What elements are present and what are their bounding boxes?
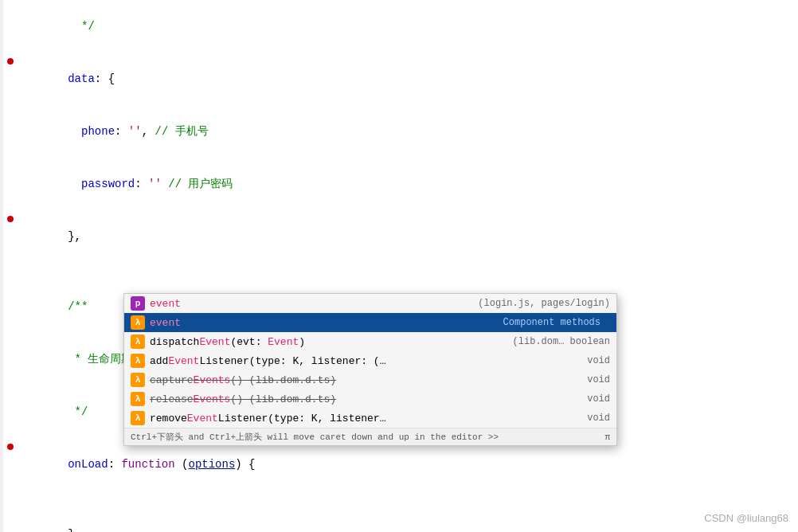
ac-item-5[interactable]: λ captureEvents() (lib.dom.d.ts) void: [124, 370, 616, 389]
ac-name-7: removeEventListener(type: K, listener…: [150, 413, 385, 424]
code-line-4: password: '' // 用户密码: [0, 158, 798, 210]
breakpoint-10: [7, 444, 14, 450]
watermark-text: CSDN @liulang68: [704, 512, 788, 524]
code-line-5: },: [0, 210, 798, 263]
gutter-10: [6, 444, 14, 450]
ac-detail-3: (lib.dom… boolean: [305, 336, 610, 347]
editor-area: */ data: { phone: '', // 手机号 password: '…: [0, 0, 798, 532]
ac-detail-1: (login.js, pages/login): [293, 298, 610, 309]
watermark: CSDN @liulang68: [704, 512, 788, 524]
code-3: phone: '', // 手机号: [14, 105, 798, 158]
ac-icon-7: λ: [131, 411, 145, 425]
ac-name-4: addEventListener(type: K, listener: (…: [150, 355, 385, 367]
ac-name-1: event: [150, 298, 293, 310]
ac-detail-2: Component methods: [293, 317, 600, 328]
ac-name-2: event: [150, 317, 293, 329]
breakpoint-2: [7, 58, 14, 65]
ac-footer-pi: π: [604, 432, 610, 442]
ac-icon-6: λ: [131, 392, 145, 406]
ac-item-2[interactable]: λ event Component methods: [124, 313, 616, 332]
ac-icon-4: λ: [131, 354, 145, 368]
ac-item-3[interactable]: λ dispatchEvent(evt: Event) (lib.dom… bo…: [124, 332, 616, 351]
code-line-6: [0, 263, 798, 280]
ac-footer: Ctrl+下箭头 and Ctrl+上箭头 will move caret do…: [124, 428, 616, 445]
breakpoint-5: [7, 216, 14, 222]
ac-item-4[interactable]: λ addEventListener(type: K, listener: (……: [124, 351, 616, 370]
code-line-3: phone: '', // 手机号: [0, 105, 798, 158]
code-6: [14, 263, 798, 280]
ac-item-6[interactable]: λ releaseEvents() (lib.dom.d.ts) void: [124, 389, 616, 409]
ac-name-5: captureEvents() (lib.dom.d.ts): [150, 374, 336, 386]
code-5: },: [14, 210, 798, 263]
ac-detail-6: void: [336, 393, 610, 405]
code-1: */: [14, 0, 798, 53]
ac-icon-5: λ: [131, 373, 145, 387]
gutter-5: [6, 216, 14, 222]
code-2: data: {: [14, 53, 798, 105]
code-line-2: data: {: [0, 53, 798, 105]
ac-detail-4: void: [385, 355, 610, 366]
code-4: password: '' // 用户密码: [14, 158, 798, 210]
ac-detail-5: void: [336, 374, 610, 385]
code-12: },: [14, 508, 798, 532]
ac-footer-text: Ctrl+下箭头 and Ctrl+上箭头 will move caret do…: [131, 431, 499, 443]
ac-name-3: dispatchEvent(evt: Event): [150, 336, 305, 348]
code-11: [14, 491, 798, 508]
code-line-11: [0, 491, 798, 508]
ac-inner: p event (login.js, pages/login) λ event …: [124, 294, 616, 428]
ac-item-1[interactable]: p event (login.js, pages/login): [124, 294, 616, 313]
ac-detail-7: void: [385, 413, 610, 424]
code-line-1: */: [0, 0, 798, 53]
autocomplete-dropdown[interactable]: p event (login.js, pages/login) λ event …: [123, 293, 617, 446]
ac-name-6: releaseEvents() (lib.dom.d.ts): [150, 393, 336, 405]
ac-item-7[interactable]: λ removeEventListener(type: K, listener……: [124, 409, 616, 428]
ac-list: p event (login.js, pages/login) λ event …: [124, 294, 616, 428]
ac-icon-1: p: [131, 296, 145, 311]
ac-icon-2: λ: [131, 315, 145, 330]
code-line-12: },: [0, 508, 798, 532]
gutter-2: [6, 58, 14, 65]
code-container: */ data: { phone: '', // 手机号 password: '…: [0, 0, 798, 532]
ac-icon-3: λ: [131, 334, 145, 349]
